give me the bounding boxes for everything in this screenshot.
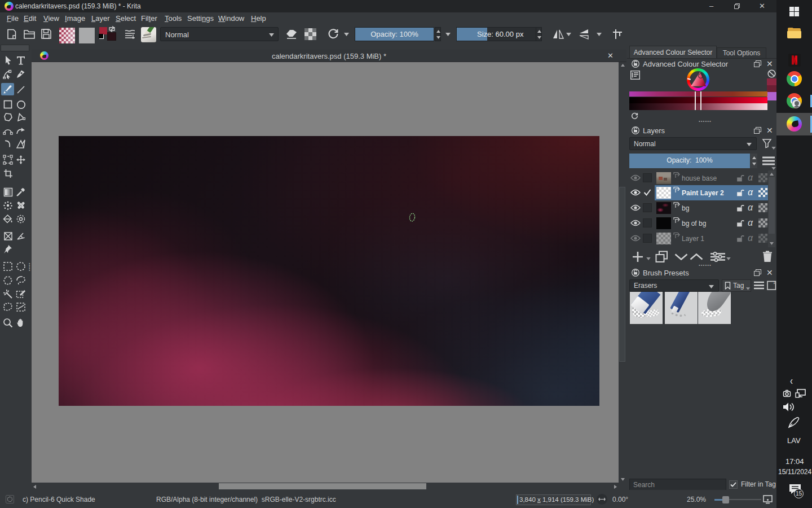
svg-text:1: 1: [773, 281, 775, 284]
